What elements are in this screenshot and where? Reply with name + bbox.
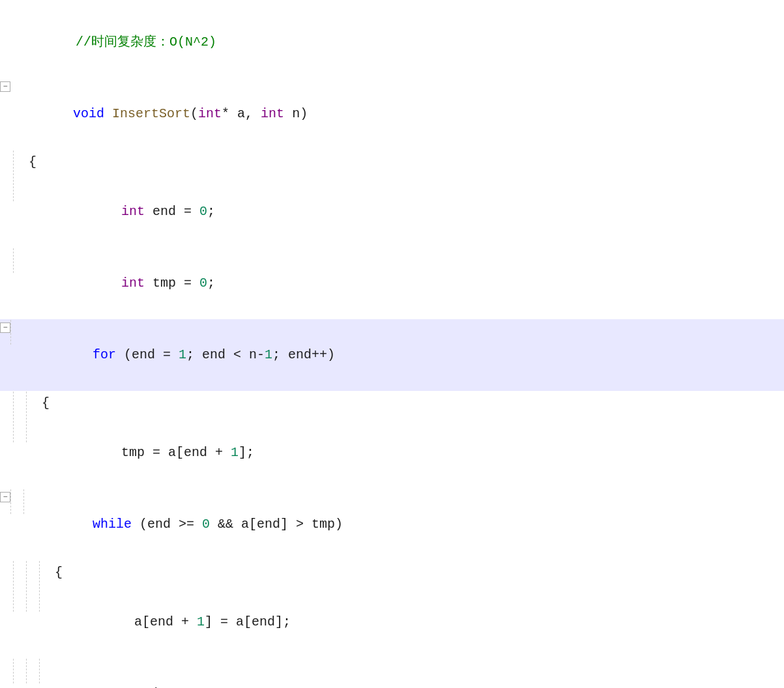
int-tmp-line: int tmp = 0; [0,248,784,319]
func-name-1: InsertSort [112,106,190,121]
int-end-line: int end = 0; [0,176,784,248]
open-brace-3: { [0,560,784,586]
collapse-button-3[interactable]: − [0,492,10,502]
collapse-button-1[interactable]: − [0,81,10,92]
tmp-assign-line: tmp = a[end + 1]; [0,417,784,489]
aend-assign-line: a[end + 1] = a[end]; [0,586,784,658]
comment-line: //时间复杂度：O(N^2) [0,7,784,78]
func-signature-line: − void InsertSort(int* a, int n) [0,78,784,150]
code-area: //时间复杂度：O(N^2) − void InsertSort(int* a,… [0,0,784,688]
comment-text: //时间复杂度：O(N^2) [76,35,216,50]
collapse-button-2[interactable]: − [0,322,10,333]
enddec-line: end--; [0,658,784,688]
open-brace-1: { [0,150,784,176]
keyword-void-1: void [73,106,112,121]
for-line: − for (end = 1; end < n-1; end++) [0,319,784,391]
open-brace-2: { [0,391,784,417]
while-line: − while (end >= 0 && a[end] > tmp) [0,489,784,560]
